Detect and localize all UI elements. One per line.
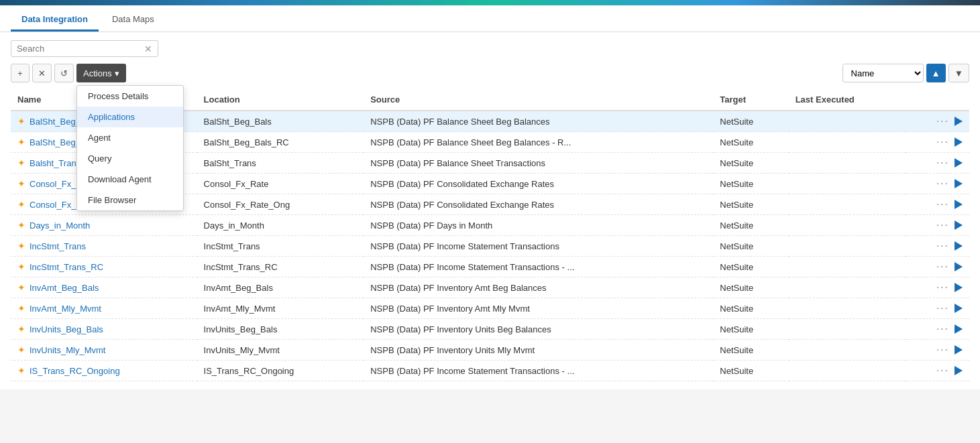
cell-target: NetSuite	[713, 340, 788, 361]
run-button[interactable]	[955, 324, 963, 334]
run-button[interactable]	[955, 283, 963, 292]
cell-target: NetSuite	[713, 257, 788, 277]
run-button[interactable]	[955, 117, 963, 126]
row-name-text[interactable]: Days_in_Month	[30, 220, 90, 231]
cell-source: NSPB (Data) PF Balance Sheet Beg Balance…	[364, 132, 713, 153]
row-name-text[interactable]: InvAmt_Mly_Mvmt	[30, 304, 101, 314]
run-button[interactable]	[955, 366, 963, 375]
menu-item-file-browser[interactable]: File Browser	[77, 190, 183, 210]
col-header-actions	[906, 89, 969, 111]
cell-target: NetSuite	[713, 277, 788, 298]
more-options-button[interactable]: ···	[936, 241, 949, 251]
menu-item-applications[interactable]: Applications	[77, 107, 183, 127]
table-row: ✦ InvUnits_Beg_Bals InvUnits_Beg_BalsNSP…	[11, 319, 969, 340]
more-options-button[interactable]: ···	[936, 157, 949, 168]
cell-row-actions: ···	[906, 340, 969, 361]
cell-name: ✦ InvUnits_Beg_Bals	[11, 319, 197, 340]
run-button[interactable]	[955, 304, 963, 313]
refresh-button[interactable]: ↺	[54, 64, 74, 82]
cell-source: NSPB (Data) PF Days in Month	[364, 215, 713, 236]
more-options-button[interactable]: ···	[936, 344, 949, 355]
col-header-location: Location	[197, 89, 364, 111]
actions-menu: Process Details Applications Agent Query…	[76, 85, 184, 211]
row-name-link[interactable]: ✦ IncStmt_Trans	[17, 241, 190, 251]
remove-button[interactable]: ✕	[32, 64, 52, 82]
cell-source: NSPB (Data) PF Consolidated Exchange Rat…	[364, 194, 713, 215]
run-button[interactable]	[955, 158, 963, 168]
cell-target: NetSuite	[713, 236, 788, 257]
more-options-button[interactable]: ···	[936, 178, 949, 189]
cell-location: IS_Trans_RC_Ongoing	[197, 361, 364, 381]
cell-source: NSPB (Data) PF Inventory Units Beg Balan…	[364, 319, 713, 340]
tab-data-integration[interactable]: Data Integration	[11, 9, 99, 31]
row-name-text[interactable]: IS_Trans_RC_Ongoing	[30, 366, 120, 376]
row-name-text[interactable]: InvUnits_Mly_Mvmt	[30, 345, 105, 355]
menu-item-download-agent[interactable]: Download Agent	[77, 169, 183, 190]
cell-source: NSPB (Data) PF Inventory Amt Beg Balance…	[364, 277, 713, 298]
row-name-link[interactable]: ✦ InvUnits_Mly_Mvmt	[17, 344, 190, 355]
sort-asc-button[interactable]: ▲	[926, 64, 946, 82]
row-name-link[interactable]: ✦ Days_in_Month	[17, 220, 190, 231]
cell-row-actions: ···	[906, 319, 969, 340]
cell-last-executed	[789, 194, 906, 215]
actions-caret-icon: ▾	[115, 68, 119, 78]
run-button[interactable]	[955, 241, 963, 251]
table-row: ✦ IncStmt_Trans_RC IncStmt_Trans_RCNSPB …	[11, 257, 969, 277]
col-header-target: Target	[713, 89, 788, 111]
run-button[interactable]	[955, 137, 963, 147]
row-name-text[interactable]: InvUnits_Beg_Bals	[30, 324, 103, 334]
run-button[interactable]	[955, 220, 963, 230]
cell-last-executed	[789, 298, 906, 319]
more-options-button[interactable]: ···	[936, 324, 949, 334]
more-options-button[interactable]: ···	[936, 303, 949, 314]
row-name-link[interactable]: ✦ InvUnits_Beg_Bals	[17, 324, 190, 334]
actions-dropdown-wrapper: Actions ▾ Process Details Applications A…	[76, 64, 126, 82]
cell-target: NetSuite	[713, 194, 788, 215]
more-options-button[interactable]: ···	[936, 282, 949, 293]
cell-location: InvUnits_Mly_Mvmt	[197, 340, 364, 361]
more-options-button[interactable]: ···	[936, 220, 949, 231]
cell-name: ✦ Days_in_Month	[11, 215, 197, 236]
cell-source: NSPB (Data) PF Income Statement Transact…	[364, 361, 713, 381]
row-name-link[interactable]: ✦ IS_Trans_RC_Ongoing	[17, 365, 190, 376]
run-button[interactable]	[955, 262, 963, 271]
more-options-button[interactable]: ···	[936, 365, 949, 376]
sort-desc-button[interactable]: ▼	[948, 64, 969, 82]
menu-item-process-details[interactable]: Process Details	[77, 86, 183, 107]
search-input[interactable]	[17, 44, 144, 54]
more-options-button[interactable]: ···	[936, 199, 949, 210]
more-options-button[interactable]: ···	[936, 261, 949, 272]
search-bar: ✕	[11, 40, 158, 57]
cell-location: Consol_Fx_Rate	[197, 174, 364, 194]
more-options-button[interactable]: ···	[936, 137, 949, 147]
run-button[interactable]	[955, 200, 963, 209]
more-options-button[interactable]: ···	[936, 116, 949, 127]
row-name-text[interactable]: InvAmt_Beg_Bals	[30, 283, 99, 293]
row-name-text[interactable]: IncStmt_Trans_RC	[30, 262, 103, 272]
run-button[interactable]	[955, 345, 963, 355]
row-name-link[interactable]: ✦ InvAmt_Beg_Bals	[17, 282, 190, 293]
cell-row-actions: ···	[906, 257, 969, 277]
menu-item-query[interactable]: Query	[77, 148, 183, 169]
cell-target: NetSuite	[713, 361, 788, 381]
row-name-link[interactable]: ✦ InvAmt_Mly_Mvmt	[17, 303, 190, 314]
sort-select[interactable]: Name Location Source Target Last Execute…	[842, 64, 924, 82]
actions-button[interactable]: Actions ▾	[76, 64, 126, 82]
tab-data-maps[interactable]: Data Maps	[101, 9, 165, 31]
cell-target: NetSuite	[713, 215, 788, 236]
cell-source: NSPB (Data) PF Inventory Units Mly Mvmt	[364, 340, 713, 361]
star-icon: ✦	[17, 282, 25, 293]
run-button[interactable]	[955, 179, 963, 188]
cell-target: NetSuite	[713, 298, 788, 319]
row-name-text[interactable]: Balsht_Trans	[30, 158, 80, 168]
add-button[interactable]: +	[11, 64, 30, 82]
row-name-link[interactable]: ✦ IncStmt_Trans_RC	[17, 261, 190, 272]
row-name-text[interactable]: IncStmt_Trans	[30, 241, 86, 251]
cell-name: ✦ IncStmt_Trans_RC	[11, 257, 197, 277]
menu-item-agent[interactable]: Agent	[77, 127, 183, 148]
cell-last-executed	[789, 340, 906, 361]
search-clear-button[interactable]: ✕	[144, 44, 152, 54]
star-icon: ✦	[17, 344, 25, 355]
cell-row-actions: ···	[906, 236, 969, 257]
col-header-source: Source	[364, 89, 713, 111]
